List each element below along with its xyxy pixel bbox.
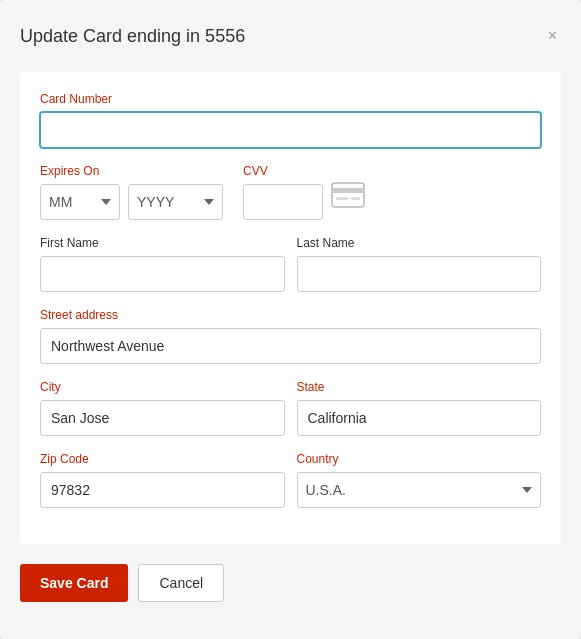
zip-col: Zip Code xyxy=(40,452,285,508)
card-number-input[interactable] xyxy=(40,112,541,148)
cancel-button[interactable]: Cancel xyxy=(138,564,224,602)
last-name-input[interactable] xyxy=(297,256,542,292)
city-input[interactable] xyxy=(40,400,285,436)
card-icon xyxy=(331,182,365,212)
zip-input[interactable] xyxy=(40,472,285,508)
state-col: State xyxy=(297,380,542,436)
form-content: Card Number Expires On MM 010203 040506 … xyxy=(20,72,561,544)
month-select[interactable]: MM 010203 040506 070809 101112 xyxy=(40,184,120,220)
card-number-group: Card Number xyxy=(40,92,541,148)
svg-rect-3 xyxy=(351,197,360,200)
svg-rect-0 xyxy=(332,183,364,207)
city-col: City xyxy=(40,380,285,436)
modal-header: Update Card ending in 5556 × xyxy=(20,24,561,48)
street-input[interactable] xyxy=(40,328,541,364)
city-state-row: City State xyxy=(40,380,541,436)
cvv-label: CVV xyxy=(243,164,323,178)
svg-rect-2 xyxy=(336,197,348,200)
state-input[interactable] xyxy=(297,400,542,436)
cvv-section: CVV xyxy=(243,164,365,220)
modal-title: Update Card ending in 5556 xyxy=(20,26,245,47)
expires-label: Expires On xyxy=(40,164,223,178)
save-card-button[interactable]: Save Card xyxy=(20,564,128,602)
expires-cvv-row: Expires On MM 010203 040506 070809 10111… xyxy=(40,164,541,220)
card-number-label: Card Number xyxy=(40,92,541,106)
year-select[interactable]: YYYY 202420252026 2027202820292030 xyxy=(128,184,223,220)
first-name-label: First Name xyxy=(40,236,285,250)
zip-country-row: Zip Code Country U.S.A. Canada UK Austra… xyxy=(40,452,541,508)
modal: Update Card ending in 5556 × Card Number… xyxy=(0,0,581,639)
name-row: First Name Last Name xyxy=(40,236,541,292)
close-button[interactable]: × xyxy=(544,24,561,48)
street-group: Street address xyxy=(40,308,541,364)
cvv-input[interactable] xyxy=(243,184,323,220)
last-name-label: Last Name xyxy=(297,236,542,250)
expires-inputs: MM 010203 040506 070809 101112 YYYY 2024… xyxy=(40,184,223,220)
country-select[interactable]: U.S.A. Canada UK Australia xyxy=(297,472,542,508)
city-label: City xyxy=(40,380,285,394)
country-col: Country U.S.A. Canada UK Australia xyxy=(297,452,542,508)
last-name-col: Last Name xyxy=(297,236,542,292)
street-label: Street address xyxy=(40,308,541,322)
footer-buttons: Save Card Cancel xyxy=(20,564,561,606)
expires-section: Expires On MM 010203 040506 070809 10111… xyxy=(40,164,223,220)
country-label: Country xyxy=(297,452,542,466)
first-name-input[interactable] xyxy=(40,256,285,292)
zip-label: Zip Code xyxy=(40,452,285,466)
svg-rect-1 xyxy=(332,188,364,193)
state-label: State xyxy=(297,380,542,394)
cvv-input-wrapper: CVV xyxy=(243,164,323,220)
first-name-col: First Name xyxy=(40,236,285,292)
